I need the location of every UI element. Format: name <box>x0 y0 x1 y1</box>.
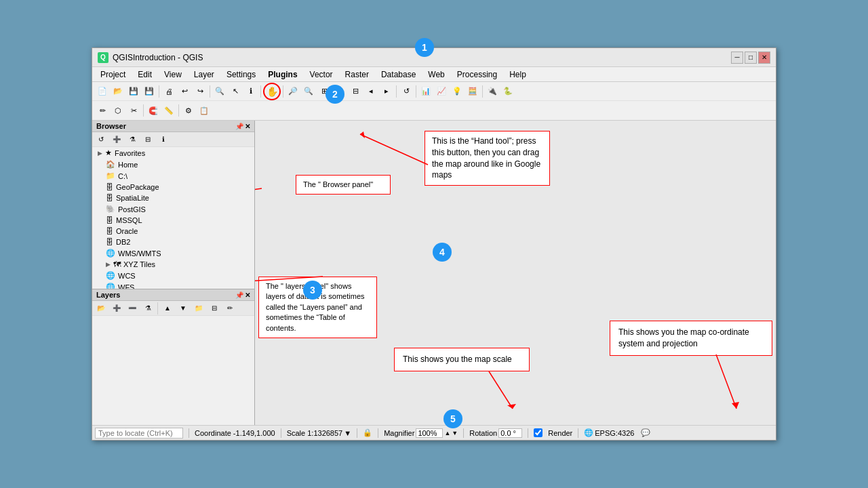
browser-close-btn[interactable]: ✕ <box>245 123 250 130</box>
plugin-btn[interactable]: 🔌 <box>485 84 500 99</box>
menu-project[interactable]: Project <box>95 68 131 81</box>
zoom-full-btn[interactable]: ⊞ <box>317 84 332 99</box>
form-btn[interactable]: 📋 <box>197 103 212 118</box>
map-scale-callout-text: This shows you the map scale <box>403 354 512 364</box>
browser-oracle[interactable]: 🗄Oracle <box>92 226 254 237</box>
menu-database[interactable]: Database <box>376 68 421 81</box>
lock-icon[interactable]: 🔒 <box>363 428 372 437</box>
rotation-input[interactable] <box>498 428 522 438</box>
calc-btn[interactable]: 🧮 <box>465 84 480 99</box>
map-area[interactable]: The " Browser panel" This is the “Hand t… <box>255 121 776 425</box>
zoom-in-btn[interactable]: 🔎 <box>285 84 300 99</box>
browser-wcs[interactable]: 🌐WCS <box>92 270 254 281</box>
layers-collapse-btn[interactable]: ⊟ <box>207 301 222 316</box>
browser-refresh-btn[interactable]: ↺ <box>94 132 108 147</box>
print-btn[interactable]: 🖨 <box>161 84 176 99</box>
browser-filter-btn[interactable]: ⚗ <box>125 132 140 147</box>
window-controls: ─ □ ✕ <box>731 52 770 64</box>
save-btn[interactable]: 💾 <box>126 84 141 99</box>
layers-panel-header: Layers 📌 ✕ <box>92 289 254 301</box>
magnifier-spin-up[interactable]: ▲ <box>444 430 450 436</box>
map-tips-btn[interactable]: 💬 <box>641 428 650 437</box>
browser-spatialite[interactable]: 🗄SpatiaLite <box>92 192 254 203</box>
menu-view[interactable]: View <box>159 68 187 81</box>
hand-tool-callout-text: This is the “Hand tool”; press this butt… <box>432 136 540 180</box>
edit-btn[interactable]: ✂ <box>126 103 141 118</box>
minimize-button[interactable]: ─ <box>731 52 743 64</box>
layers-dn-btn[interactable]: ▼ <box>176 301 191 316</box>
main-area: Browser 📌 ✕ ↺ ➕ ⚗ ⊟ ℹ ▶★Favorites 🏠Home <box>92 121 776 425</box>
layers-edit-btn[interactable]: ✏ <box>222 301 237 316</box>
layers-pin-btn[interactable]: 📌 <box>235 291 243 299</box>
browser-wms[interactable]: 🌐WMS/WMTS <box>92 247 254 259</box>
layers-remove-btn[interactable]: ➖ <box>125 301 140 316</box>
toolbar-area: 📄 📂 💾 💾 🖨 ↩ ↪ 🔍 ↖ ℹ ✋ 🔎 🔍 ⊞ ⊡ ⊟ ◂ ▸ <box>92 82 776 121</box>
magnifier-spin-down[interactable]: ▼ <box>452 430 458 436</box>
menu-vector[interactable]: Vector <box>304 68 338 81</box>
menu-processing[interactable]: Processing <box>452 68 502 81</box>
layers-open-btn[interactable]: 📂 <box>94 301 108 316</box>
stat-btn[interactable]: 📈 <box>434 84 449 99</box>
maximize-button[interactable]: □ <box>745 52 757 64</box>
layers-filter-btn[interactable]: ⚗ <box>140 301 155 316</box>
zoom-out-btn[interactable]: 🔍 <box>301 84 316 99</box>
epsg-display[interactable]: 🌐 EPSG:4326 <box>584 428 634 437</box>
close-button[interactable]: ✕ <box>758 52 770 64</box>
layers-close-btn[interactable]: ✕ <box>245 291 250 299</box>
open-btn[interactable]: 📂 <box>111 84 125 99</box>
layers-group-btn[interactable]: 📁 <box>191 301 206 316</box>
browser-collapse-btn[interactable]: ⊟ <box>140 132 155 147</box>
meas-btn[interactable]: 📏 <box>161 103 176 118</box>
adv-btn[interactable]: ⚙ <box>181 103 196 118</box>
browser-wfs[interactable]: 🌐WFS <box>92 281 254 289</box>
snap-btn[interactable]: 🧲 <box>146 103 161 118</box>
browser-home[interactable]: 🏠Home <box>92 159 254 170</box>
menu-plugins[interactable]: Plugins <box>262 68 302 81</box>
browser-mssql[interactable]: 🗄MSSQL <box>92 215 254 226</box>
attr-table-btn[interactable]: 📊 <box>418 84 433 99</box>
zoom-sel-btn[interactable]: ⊟ <box>348 84 363 99</box>
select-btn[interactable]: ↖ <box>228 84 243 99</box>
layers-add-btn[interactable]: ➕ <box>109 301 124 316</box>
browser-postgis[interactable]: 🐘PostGIS <box>92 203 254 215</box>
new-btn[interactable]: 📄 <box>95 84 110 99</box>
coord-system-callout: This shows you the map co-ordinate syste… <box>610 321 772 356</box>
browser-favorites[interactable]: ▶★Favorites <box>92 147 254 159</box>
pan-btn[interactable]: 🔍 <box>212 84 227 99</box>
locate-search-input[interactable] <box>95 428 183 439</box>
save-as-btn[interactable]: 💾 <box>142 84 157 99</box>
sep3 <box>260 85 261 98</box>
zoom-layer-btn[interactable]: ⊡ <box>332 84 347 99</box>
zoom-prev-btn[interactable]: ◂ <box>363 84 378 99</box>
render-checkbox[interactable] <box>534 428 542 437</box>
browser-c-drive[interactable]: 📁C:\ <box>92 170 254 182</box>
menu-layer[interactable]: Layer <box>189 68 220 81</box>
hand-tool-highlight: ✋ <box>263 83 281 100</box>
node-btn[interactable]: ⬡ <box>111 103 125 118</box>
menu-edit[interactable]: Edit <box>132 68 157 81</box>
browser-db2[interactable]: 🗄DB2 <box>92 237 254 247</box>
scale-dropdown-icon[interactable]: ▼ <box>344 429 351 437</box>
menu-help[interactable]: Help <box>504 68 532 81</box>
menu-web[interactable]: Web <box>422 68 450 81</box>
refresh-btn[interactable]: ↺ <box>399 84 414 99</box>
zoom-next-btn[interactable]: ▸ <box>379 84 394 99</box>
browser-geopackage[interactable]: 🗄GeoPackage <box>92 182 254 192</box>
hand-tool-btn[interactable]: ✋ <box>264 84 279 99</box>
identify-btn[interactable]: ℹ <box>243 84 258 99</box>
python-btn[interactable]: 🐍 <box>500 84 515 99</box>
tip-btn[interactable]: 💡 <box>450 84 465 99</box>
redo-btn[interactable]: ↪ <box>193 84 208 99</box>
layers-up-btn[interactable]: ▲ <box>160 301 175 316</box>
digitize-btn[interactable]: ✏ <box>95 103 110 118</box>
status-sep6 <box>528 428 528 438</box>
menu-settings[interactable]: Settings <box>221 68 261 81</box>
undo-btn[interactable]: ↩ <box>177 84 192 99</box>
menu-bar: Project Edit View Layer Settings Plugins… <box>92 67 776 82</box>
browser-xyz[interactable]: ▶🗺XYZ Tiles <box>92 259 254 270</box>
browser-info-btn[interactable]: ℹ <box>156 132 171 147</box>
browser-pin-btn[interactable]: 📌 <box>235 123 243 130</box>
browser-add-btn[interactable]: ➕ <box>109 132 124 147</box>
magnifier-input[interactable] <box>416 428 443 438</box>
menu-raster[interactable]: Raster <box>340 68 374 81</box>
